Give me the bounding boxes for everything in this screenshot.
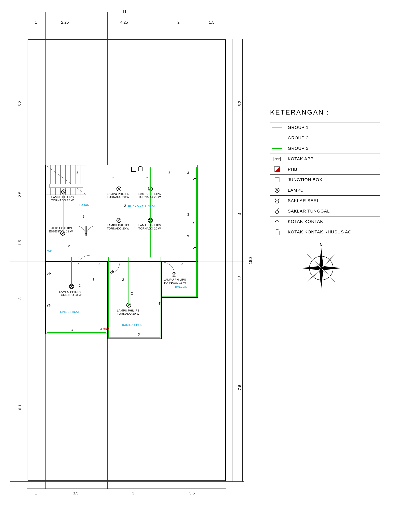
door-icon (76, 226, 88, 238)
room-label: RUANG KELUARGA (128, 205, 156, 208)
dim: 3 (18, 298, 22, 300)
svg-marker-54 (274, 167, 280, 172)
svg-rect-55 (275, 178, 279, 182)
wire-g3 (160, 257, 160, 338)
legend-row: GROUP 2 (270, 133, 380, 143)
svg-rect-66 (275, 231, 279, 235)
room-kt1 (45, 261, 107, 334)
dim: 3 (132, 491, 134, 496)
legend-label: LAMPU (284, 188, 304, 193)
to-mdp-label: TO MDP (98, 327, 109, 330)
wire-g3 (150, 167, 150, 257)
dim-line (27, 25, 226, 25)
dim: 7.6 (237, 385, 242, 390)
dim: 2.5 (18, 192, 22, 197)
dim: 1.5 (237, 275, 242, 281)
wire-g3 (47, 167, 197, 167)
room-label: BALCON (175, 285, 187, 288)
wire-g3 (196, 167, 197, 297)
grid-v6 (226, 12, 226, 489)
dim: 1.5 (18, 240, 22, 245)
dim: 11 (122, 9, 127, 14)
grid-h7 (12, 481, 244, 482)
legend-label: GROUP 2 (284, 135, 309, 141)
svg-rect-49 (131, 167, 136, 171)
count: 3 (168, 171, 170, 175)
lamp-icon (61, 189, 66, 194)
lamp-label: LAMPU PHILIPSTORNADO 20 W (107, 192, 129, 198)
svg-point-59 (276, 200, 279, 203)
room-label: KAMAR TIDUR (60, 310, 80, 313)
count: 3 (99, 262, 100, 266)
room-label: TURUN (79, 203, 89, 206)
dim: 3.5 (73, 491, 78, 496)
legend-icon (270, 122, 284, 133)
legend-icon: APP (270, 154, 284, 164)
legend-label: KOTAK KONTAK (284, 219, 323, 224)
legend-row: GROUP 3 (270, 143, 380, 154)
wire-g3 (162, 297, 196, 297)
legend-label: SAKLAR SERI (284, 198, 318, 203)
wire-g3 (119, 167, 119, 257)
junction-box-icon (131, 167, 136, 172)
count: 3 (83, 215, 84, 218)
legend-row: PHB (270, 164, 380, 175)
count: 3 (187, 213, 189, 216)
door-icon (78, 255, 92, 269)
dim: 4.25 (120, 20, 128, 25)
grid-h1 (12, 39, 244, 39)
wire-g3 (71, 257, 72, 286)
drawing-stage: 3 2 2 3 3 2 3 2 3 3 2 3 3 2 2 2 3 3 LAMP… (0, 0, 420, 525)
compass-icon (299, 246, 343, 290)
dim: 2 (177, 20, 179, 25)
legend-icon (270, 206, 284, 216)
legend-icon (270, 216, 284, 227)
dim: 4 (237, 213, 242, 215)
legend-label: KOTAK KONTAK KHUSUS AC (284, 229, 351, 234)
count: 2 (112, 177, 114, 180)
legend-label: GROUP 1 (284, 125, 309, 130)
legend-row: SAKLAR TUNGGAL (270, 206, 380, 216)
north-label: N (320, 243, 322, 247)
legend-icon (270, 164, 284, 175)
tick (10, 225, 15, 225)
legend-label: SAKLAR TUNGGAL (284, 209, 330, 214)
wire-g3 (47, 332, 106, 333)
count: 2 (122, 278, 124, 281)
svg-marker-70 (319, 247, 323, 268)
count: 3 (138, 333, 140, 336)
legend-icon (270, 185, 284, 195)
tick (10, 481, 15, 482)
svg-marker-73 (321, 266, 342, 270)
count: 3 (187, 234, 189, 238)
legend-label: JUNCTION BOX (284, 177, 322, 182)
count: 2 (181, 262, 183, 266)
room-label: WC (47, 249, 52, 253)
wire-g3 (47, 257, 157, 257)
legend-row: GROUP 1 (270, 122, 380, 133)
legend-icon (270, 143, 284, 154)
wire-g3 (129, 257, 129, 306)
legend-row: SAKLAR SERI (270, 196, 380, 206)
dim: 2.25 (61, 20, 69, 25)
wire-g3 (108, 257, 109, 338)
dim: 6.1 (18, 404, 22, 410)
svg-rect-9 (50, 184, 83, 188)
grid-v1 (27, 12, 28, 489)
tick (10, 165, 15, 165)
dim-line (27, 488, 226, 489)
svg-line-63 (277, 208, 279, 211)
svg-marker-72 (300, 266, 321, 270)
door-icon (86, 226, 98, 238)
count: 2 (146, 177, 148, 180)
legend-box: GROUP 1GROUP 2GROUP 3APPKOTAK APPPHBJUNC… (270, 122, 380, 237)
dim: 5.2 (237, 101, 242, 106)
svg-rect-50 (138, 167, 142, 171)
legend-icon (270, 133, 284, 143)
ac-outlet-icon (138, 166, 143, 171)
legend-row: JUNCTION BOX (270, 175, 380, 185)
svg-line-61 (278, 198, 279, 200)
wire-g3 (109, 337, 160, 338)
lamp-label: LAMPU PHILIPSTORNADO 23 W (59, 290, 82, 297)
legend-icon (270, 175, 284, 185)
